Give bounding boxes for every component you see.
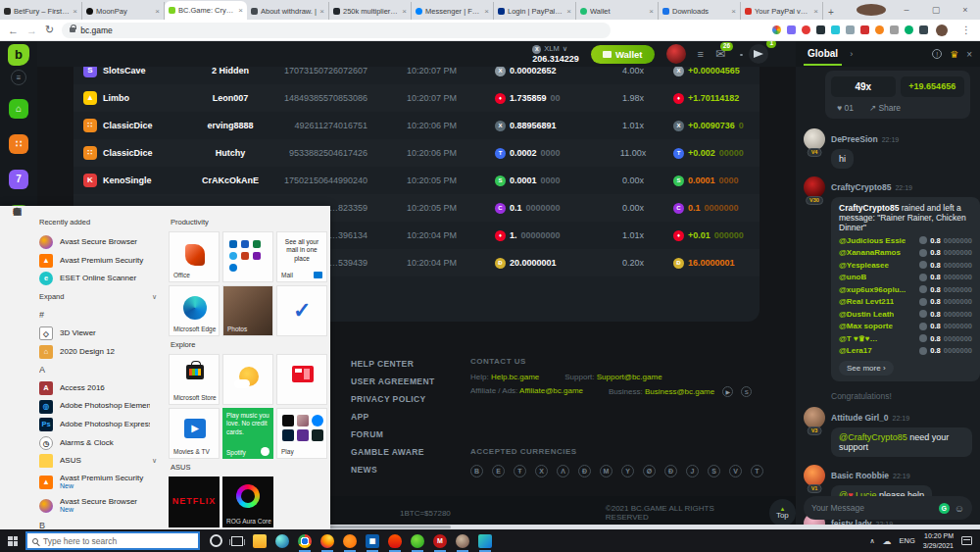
game-cell[interactable]: ▲Limbo bbox=[83, 91, 191, 105]
extension-icon[interactable] bbox=[816, 25, 825, 34]
tab-close-icon[interactable]: × bbox=[566, 7, 571, 16]
tile-group-title[interactable]: Explore bbox=[171, 340, 330, 349]
taskbar-clock[interactable]: 10:20 PM3/29/2021 bbox=[923, 531, 954, 549]
player-name[interactable]: erving8888 bbox=[191, 121, 270, 130]
recipient-name[interactable]: @T ♥♛♥… bbox=[839, 334, 878, 343]
extension-icon[interactable] bbox=[772, 25, 781, 34]
footer-link[interactable]: FORUM bbox=[351, 429, 435, 439]
recipient-name[interactable]: @Dustin Leath bbox=[839, 310, 894, 319]
avatar[interactable]: V4 bbox=[804, 128, 825, 150]
file-explorer-icon[interactable] bbox=[253, 534, 267, 548]
footer-link[interactable]: HELP CENTER bbox=[351, 359, 435, 369]
balance-selector[interactable]: XXLM∨ 206.314229 bbox=[532, 45, 579, 64]
recipient-name[interactable]: @XananaRamos bbox=[839, 248, 901, 257]
affiliate-link[interactable]: Affiliate@bc.game bbox=[519, 386, 583, 395]
start-menu-item[interactable]: # bbox=[37, 306, 163, 325]
extension-icon[interactable] bbox=[875, 25, 884, 34]
chat-close-icon[interactable]: × bbox=[966, 49, 972, 60]
extension-icon[interactable] bbox=[846, 25, 855, 34]
tab-close-icon[interactable]: × bbox=[731, 7, 736, 16]
recipient-name[interactable]: @unoB bbox=[839, 273, 866, 281]
address-bar[interactable]: bc.game bbox=[62, 23, 611, 38]
scroll-top-button[interactable]: ▲Top bbox=[769, 499, 796, 527]
bcgame-logo[interactable]: b bbox=[8, 44, 29, 66]
emoji-icon[interactable]: ☺ bbox=[955, 503, 964, 514]
mention[interactable]: @CraftyCrypto85 bbox=[839, 432, 907, 442]
player-name[interactable]: 2 Hidden bbox=[191, 66, 270, 75]
reload-button[interactable]: ↻ bbox=[45, 24, 54, 36]
tile-photos[interactable]: Photos bbox=[222, 285, 273, 336]
tile-todo[interactable]: ✓ bbox=[276, 285, 327, 336]
recipient-name[interactable]: @xup6ux96oplu... bbox=[839, 285, 906, 294]
start-menu-item[interactable]: ▲ Avast Premium SecurityNew bbox=[37, 471, 163, 494]
browser-tab[interactable]: Downloads × bbox=[659, 2, 741, 20]
recipient-name[interactable]: @Max soporte bbox=[839, 322, 893, 330]
start-menu-item[interactable]: A bbox=[37, 361, 163, 379]
tile-movies[interactable]: ▶Movies & TV bbox=[169, 408, 220, 459]
window-maximize-button[interactable]: ▢ bbox=[921, 0, 951, 20]
start-menu-item[interactable]: Avast Secure BrowserNew bbox=[37, 494, 163, 518]
window-minimize-button[interactable]: – bbox=[892, 0, 921, 20]
table-row[interactable]: ▲Limbo Leon007 14849385570853086 10:20:0… bbox=[74, 84, 760, 112]
start-menu-item[interactable]: Recently added bbox=[37, 212, 163, 233]
start-menu-item[interactable]: ◎ Adobe Photoshop Elements 2020 bbox=[37, 397, 163, 416]
avast-icon[interactable] bbox=[343, 534, 357, 548]
task-view-icon[interactable] bbox=[231, 536, 243, 546]
tile-rog[interactable]: ROG Aura Core bbox=[222, 477, 273, 527]
chat-input[interactable]: Your Message G ☺ bbox=[804, 496, 972, 520]
browser-tab[interactable]: Your PayPal verific × bbox=[741, 2, 823, 20]
back-button[interactable]: ← bbox=[8, 25, 19, 36]
browser-menu-icon[interactable]: ⋮ bbox=[961, 25, 972, 35]
start-button[interactable] bbox=[0, 529, 25, 552]
edge-icon[interactable] bbox=[275, 534, 289, 548]
table-row[interactable]: ∷ClassicDice erving8888 492611274016751 … bbox=[74, 112, 760, 139]
avatar[interactable]: V1 bbox=[804, 465, 825, 486]
power-icon[interactable]: ⊙ bbox=[13, 206, 21, 217]
support-link[interactable]: Support@bc.game bbox=[597, 373, 662, 381]
recipient-name[interactable]: @Yespleasee bbox=[839, 261, 889, 270]
start-menu-item[interactable]: ASUS ∨ bbox=[37, 452, 163, 471]
tile-store[interactable]: Microsoft Store bbox=[169, 354, 220, 405]
wallet-button[interactable]: Wallet bbox=[591, 45, 655, 64]
hidden-icons-chevron[interactable]: ∧ bbox=[869, 537, 874, 545]
tab-close-icon[interactable]: × bbox=[813, 7, 818, 16]
action-center-icon[interactable] bbox=[961, 536, 972, 545]
account-menu-icon[interactable]: ≡ bbox=[698, 48, 704, 60]
window-close-button[interactable]: × bbox=[951, 0, 980, 20]
cortana-icon[interactable] bbox=[210, 534, 222, 547]
start-menu-item[interactable]: ◷ Alarms & Clock bbox=[37, 434, 163, 453]
browser-tab[interactable]: Wallet × bbox=[576, 2, 659, 20]
tab-close-icon[interactable]: × bbox=[155, 7, 160, 16]
chat-username[interactable]: Basic Roobbie22:19 bbox=[831, 471, 910, 480]
chrome-icon[interactable] bbox=[298, 534, 312, 548]
tab-close-icon[interactable]: × bbox=[402, 7, 407, 16]
game-cell[interactable]: ∷ClassicDice bbox=[83, 146, 191, 160]
slots-icon[interactable]: 7 bbox=[9, 170, 28, 189]
game-cell[interactable]: ∷ClassicDice bbox=[83, 119, 191, 132]
tab-close-icon[interactable]: × bbox=[319, 7, 324, 16]
share-button[interactable]: ↗ Share bbox=[869, 103, 901, 113]
start-menu-item[interactable]: Avast Secure Browser bbox=[37, 233, 163, 252]
forward-button[interactable]: → bbox=[26, 25, 37, 36]
firefox-icon[interactable] bbox=[320, 534, 334, 548]
extension-icon[interactable] bbox=[831, 25, 840, 34]
home-icon[interactable]: ⌂ bbox=[9, 99, 28, 119]
like-button[interactable]: ♥ 01 bbox=[837, 103, 854, 113]
extension-icon[interactable] bbox=[860, 25, 869, 34]
avatar[interactable]: V30 bbox=[804, 176, 825, 198]
tile-spotify[interactable]: Play music you love. No credit cards.Spo… bbox=[222, 408, 273, 459]
chat-username[interactable]: CraftyCrypto8522:19 bbox=[831, 182, 912, 192]
recipient-name[interactable]: @Lera17 bbox=[839, 346, 872, 355]
tab-close-icon[interactable]: × bbox=[484, 7, 489, 16]
chat-username[interactable]: DePreeSion22:19 bbox=[831, 134, 899, 144]
help-link[interactable]: Help.bc.game bbox=[491, 373, 539, 381]
chat-rules-icon[interactable]: ! bbox=[932, 49, 942, 59]
extension-icon[interactable] bbox=[787, 25, 796, 34]
recipient-name[interactable]: @Judicious Essie bbox=[839, 236, 906, 245]
tile-news[interactable] bbox=[276, 354, 327, 405]
trophy-icon[interactable]: ♛ bbox=[950, 49, 958, 60]
start-menu-item[interactable]: B bbox=[37, 518, 163, 529]
footer-link[interactable]: GAMBLE AWARE bbox=[351, 447, 435, 457]
extension-icon[interactable] bbox=[802, 25, 810, 34]
tile-mail[interactable]: See all your mail in one placeMail bbox=[276, 231, 327, 282]
